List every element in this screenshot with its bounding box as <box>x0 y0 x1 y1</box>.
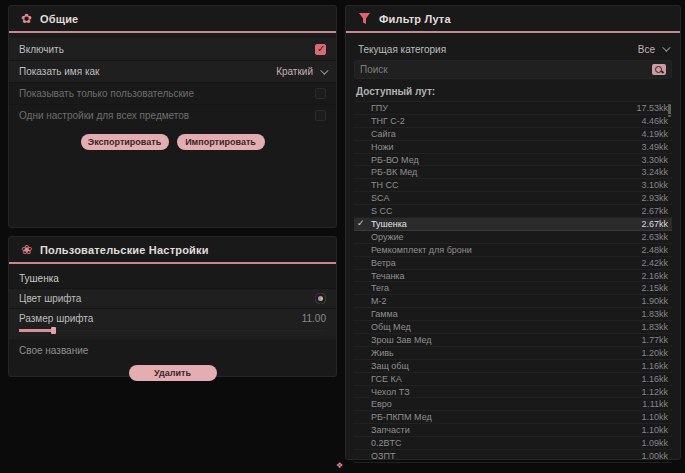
loot-row[interactable]: Запчасти1.10kk <box>354 424 672 437</box>
loot-row[interactable]: 0.2BTC1.09kk <box>354 437 672 450</box>
only-custom-label: Показывать только пользовательские <box>19 88 194 99</box>
loot-row[interactable]: Гамма1.83kk <box>354 308 672 321</box>
loot-list: ГПУ17.53kkТНГ С-24.46kkСайга4.19kkНожи3.… <box>354 101 672 463</box>
slider-track <box>19 330 326 331</box>
loot-item-name: Ветра <box>371 258 396 268</box>
loot-row[interactable]: Ножи3.49kk <box>354 141 672 154</box>
loot-row[interactable]: ОЗПТ1.00kk <box>354 450 672 463</box>
loot-item-name: М-2 <box>371 296 387 306</box>
export-button[interactable]: Экспортировать <box>81 134 169 150</box>
loot-item-value: 1.09kk <box>641 438 668 448</box>
search-icon[interactable] <box>652 64 666 75</box>
category-select[interactable]: Все <box>638 44 668 55</box>
loot-item-value: 3.49kk <box>641 142 668 152</box>
loot-row[interactable]: РБ-ВК Мед3.24kk <box>354 166 672 179</box>
loot-row[interactable]: Ветра2.42kk <box>354 257 672 270</box>
loot-item-value: 1.20kk <box>641 348 668 358</box>
font-color-row: Цвет шрифта <box>9 288 336 308</box>
loot-item-value: 1.16kk <box>641 374 668 384</box>
font-size-slider[interactable] <box>19 327 326 334</box>
loot-item-name: РБ-ПКПМ Мед <box>371 412 432 422</box>
loot-row[interactable]: ✓Тушенка2.67kk <box>354 218 672 231</box>
loot-item-value: 2.42kk <box>641 258 668 268</box>
loot-item-value: 2.67kk <box>641 219 668 229</box>
show-name-as-select[interactable]: Краткий <box>276 66 326 77</box>
loot-item-value: 1.83kk <box>641 322 668 332</box>
loot-row[interactable]: ГСЕ КА1.16kk <box>354 373 672 386</box>
loot-item-value: 4.46kk <box>641 116 668 126</box>
font-size-row: Размер шрифта 11.00 <box>9 308 336 339</box>
loot-filter-title: Фильтр Лута <box>379 13 451 25</box>
loot-row[interactable]: М-21.90kk <box>354 295 672 308</box>
loot-item-value: 1.11kk <box>642 399 668 409</box>
loot-item-name: Тега <box>371 283 389 293</box>
selected-item-name: Тушенка <box>9 270 336 288</box>
enable-row: Включить <box>9 38 336 60</box>
funnel-icon <box>358 12 371 25</box>
loot-item-value: 1.90kk <box>641 296 668 306</box>
loot-item-name: РБ-ВО Мед <box>371 155 419 165</box>
check-icon: ✓ <box>357 218 365 228</box>
slider-handle[interactable] <box>51 327 56 334</box>
loot-item-value: 2.93kk <box>641 193 668 203</box>
general-settings-panel: ✿ Общие Включить Показать имя как Кратки… <box>8 5 337 228</box>
loot-item-name: Чехол ТЗ <box>371 387 410 397</box>
loot-item-name: ГСЕ КА <box>371 374 402 384</box>
loot-item-name: Ножи <box>371 142 393 152</box>
loot-row[interactable]: Евро1.11kk <box>354 398 672 411</box>
only-custom-row: Показывать только пользовательские <box>9 82 336 104</box>
loot-row[interactable]: Течанка2.16kk <box>354 270 672 283</box>
loot-row[interactable]: РБ-ВО Мед3.30kk <box>354 154 672 167</box>
loot-item-value: 1.16kk <box>641 361 668 371</box>
same-for-all-checkbox[interactable] <box>315 110 326 121</box>
loot-item-value: 2.63kk <box>641 232 668 242</box>
show-name-as-row: Показать имя как Краткий <box>9 60 336 82</box>
loot-row[interactable]: Оружие2.63kk <box>354 231 672 244</box>
loot-row[interactable]: Сайга4.19kk <box>354 128 672 141</box>
custom-name-input[interactable] <box>9 339 336 361</box>
category-label: Текущая категория <box>358 44 446 55</box>
loot-item-name: ТНГ С-2 <box>371 116 405 126</box>
general-panel-header: ✿ Общие <box>9 6 336 33</box>
enable-checkbox[interactable] <box>315 44 326 55</box>
loot-item-name: Евро <box>371 399 392 409</box>
loot-item-value: 3.10kk <box>641 180 668 190</box>
only-custom-checkbox[interactable] <box>315 88 326 99</box>
color-wheel-icon[interactable] <box>315 293 326 304</box>
loot-row[interactable]: Зрош Зав Мед1.77kk <box>354 334 672 347</box>
loot-item-value: 2.48kk <box>641 245 668 255</box>
flower-icon: ❀ <box>21 243 32 256</box>
loot-item-name: Общ Мед <box>371 322 411 332</box>
loot-item-value: 1.83kk <box>641 309 668 319</box>
loot-item-name: SCA <box>371 193 390 203</box>
loot-row[interactable]: Чехол ТЗ1.12kk <box>354 386 672 399</box>
loot-item-name: Защ общ <box>371 361 409 371</box>
loot-row[interactable]: ТН СС3.10kk <box>354 179 672 192</box>
loot-row[interactable]: ТНГ С-24.46kk <box>354 115 672 128</box>
loot-row[interactable]: Тега2.15kk <box>354 282 672 295</box>
loot-row[interactable]: S СС2.67kk <box>354 205 672 218</box>
loot-item-value: 1.77kk <box>641 335 668 345</box>
loot-row[interactable]: Общ Мед1.83kk <box>354 321 672 334</box>
delete-button[interactable]: Удалить <box>129 365 217 381</box>
loot-row[interactable]: РБ-ПКПМ Мед1.10kk <box>354 411 672 424</box>
loot-row[interactable]: ГПУ17.53kk <box>354 102 672 115</box>
loot-item-name: ОЗПТ <box>371 451 395 461</box>
user-settings-header: ❀ Пользовательские Настройки <box>9 237 336 264</box>
flower-gear-icon: ✿ <box>21 12 32 25</box>
search-field[interactable]: Поиск <box>354 60 672 79</box>
loot-row[interactable]: SCA2.93kk <box>354 192 672 205</box>
loot-item-name: 0.2BTC <box>371 438 402 448</box>
loot-item-name: ГПУ <box>371 103 388 113</box>
loot-row[interactable]: Живь1.20kk <box>354 347 672 360</box>
slider-fill <box>19 329 53 332</box>
loot-item-name: Тушенка <box>371 219 407 229</box>
loot-item-name: Оружие <box>371 232 404 242</box>
import-button[interactable]: Импортировать <box>177 134 265 150</box>
app-window: ✿ Общие Включить Показать имя как Кратки… <box>0 0 685 473</box>
category-row: Текущая категория Все <box>354 38 672 60</box>
loot-row[interactable]: Ремкомплект для брони2.48kk <box>354 244 672 257</box>
loot-item-value: 1.10kk <box>641 425 668 435</box>
user-settings-title: Пользовательские Настройки <box>40 244 209 256</box>
loot-row[interactable]: Защ общ1.16kk <box>354 360 672 373</box>
